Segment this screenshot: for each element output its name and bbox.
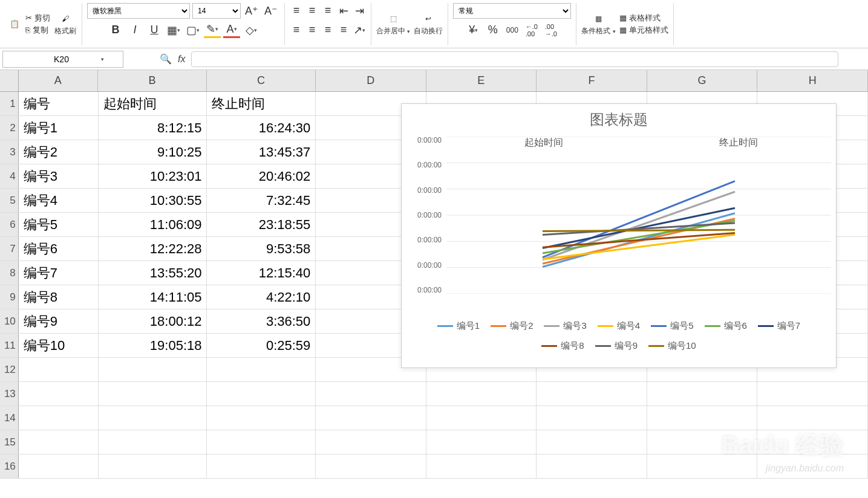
row-header[interactable]: 11 <box>0 334 19 357</box>
cell[interactable] <box>537 430 647 454</box>
cell[interactable] <box>99 382 207 406</box>
increase-decimal-icon[interactable]: ←.0.00 <box>523 22 540 38</box>
cell[interactable]: 0:25:59 <box>207 334 316 357</box>
cell[interactable]: 18:00:12 <box>99 309 207 333</box>
italic-button[interactable]: I <box>126 22 143 38</box>
cell[interactable]: 12:22:28 <box>99 237 207 260</box>
cell[interactable]: 编号9 <box>19 309 99 333</box>
cell[interactable]: 10:30:55 <box>99 189 207 212</box>
cell[interactable] <box>537 382 647 406</box>
legend-item[interactable]: 编号3 <box>544 320 586 332</box>
cell[interactable] <box>207 406 316 430</box>
legend-item[interactable]: 编号6 <box>705 320 747 332</box>
table-style-button[interactable]: ▦表格样式 <box>619 13 668 24</box>
cell[interactable]: 16:24:30 <box>207 116 316 140</box>
chart-title[interactable]: 图表标题 <box>402 104 836 133</box>
cell[interactable]: 20:46:02 <box>207 164 316 188</box>
row-header[interactable]: 1 <box>0 92 19 115</box>
col-header-B[interactable]: B <box>98 70 207 91</box>
cell[interactable]: 3:36:50 <box>207 309 316 333</box>
cell[interactable] <box>99 358 207 381</box>
cell[interactable] <box>426 454 537 478</box>
legend-item[interactable]: 编号2 <box>491 320 533 332</box>
cell[interactable]: 13:45:37 <box>207 140 316 164</box>
row-header[interactable]: 12 <box>0 358 19 381</box>
row-header[interactable]: 4 <box>0 164 19 188</box>
cell[interactable] <box>426 430 537 454</box>
cell[interactable]: 终止时间 <box>207 92 316 115</box>
cell[interactable] <box>207 382 316 406</box>
highlight-button[interactable]: ✎▾ <box>204 22 221 38</box>
cut-button[interactable]: ✂剪切 <box>25 13 50 24</box>
legend-item[interactable]: 编号9 <box>595 340 638 352</box>
cell[interactable] <box>207 430 316 454</box>
legend-item[interactable]: 编号5 <box>651 320 693 332</box>
decrease-font-icon[interactable]: A⁻ <box>263 3 279 19</box>
align-center-icon[interactable]: ≡ <box>305 22 319 38</box>
cell[interactable] <box>426 406 537 430</box>
number-format-select[interactable]: 常规 <box>453 3 571 19</box>
cell[interactable]: 12:15:40 <box>207 261 316 285</box>
increase-indent-icon[interactable]: ⇥ <box>353 3 366 19</box>
cell[interactable] <box>316 454 426 478</box>
align-middle-icon[interactable]: ≡ <box>305 3 319 19</box>
cell[interactable] <box>99 406 207 430</box>
cell[interactable] <box>537 406 647 430</box>
cell[interactable]: 23:18:55 <box>207 213 316 236</box>
orientation-icon[interactable]: ↗▾ <box>353 22 366 38</box>
align-bottom-icon[interactable]: ≡ <box>321 3 334 19</box>
cell[interactable]: 编号10 <box>19 334 99 357</box>
underline-button[interactable]: U <box>146 22 163 38</box>
legend-item[interactable]: 编号8 <box>541 340 584 352</box>
border-button[interactable]: ▦▾ <box>165 22 182 38</box>
conditional-format-button[interactable]: ▦ 条件格式 ▾ <box>581 11 615 36</box>
col-header-C[interactable]: C <box>207 70 316 91</box>
name-box-input[interactable] <box>22 54 101 64</box>
cell[interactable]: 9:10:25 <box>99 140 207 164</box>
row-header[interactable]: 3 <box>0 140 19 164</box>
decrease-indent-icon[interactable]: ⇤ <box>337 3 350 19</box>
cell[interactable]: 起始时间 <box>99 92 207 115</box>
cell[interactable] <box>757 430 868 454</box>
row-header[interactable]: 2 <box>0 116 19 140</box>
cell[interactable]: 编号6 <box>19 237 99 260</box>
row-header[interactable]: 10 <box>0 309 19 333</box>
paste-button[interactable]: 📋 <box>7 17 22 31</box>
cell[interactable]: 8:12:15 <box>99 116 207 140</box>
cell[interactable] <box>19 406 99 430</box>
format-icon[interactable]: ◇▾ <box>243 22 259 38</box>
cell[interactable]: 14:11:05 <box>99 285 207 309</box>
merge-center-button[interactable]: ⬚ 合并居中 ▾ <box>376 11 410 36</box>
cell[interactable] <box>19 454 99 478</box>
cell[interactable]: 9:53:58 <box>207 237 316 260</box>
cell[interactable]: 编号 <box>19 92 99 115</box>
row-header[interactable]: 7 <box>0 237 19 260</box>
align-top-icon[interactable]: ≡ <box>290 3 303 19</box>
cell[interactable] <box>19 382 99 406</box>
cell[interactable] <box>537 454 647 478</box>
name-box[interactable]: ▾ <box>2 51 123 68</box>
format-painter-button[interactable]: 🖌 格式刷 <box>54 11 77 36</box>
row-header[interactable]: 15 <box>0 430 19 454</box>
cell[interactable]: 编号8 <box>19 285 99 309</box>
cell[interactable]: 编号4 <box>19 189 99 212</box>
col-header-E[interactable]: E <box>426 70 537 91</box>
cell[interactable]: 编号1 <box>19 116 99 140</box>
formula-input[interactable] <box>191 51 838 67</box>
increase-font-icon[interactable]: A⁺ <box>243 3 260 19</box>
cell[interactable] <box>647 382 758 406</box>
cell[interactable] <box>647 406 758 430</box>
legend-item[interactable]: 编号10 <box>648 340 696 352</box>
cell[interactable]: 编号2 <box>19 140 99 164</box>
cell[interactable] <box>647 454 758 478</box>
copy-button[interactable]: ⎘复制 <box>25 25 50 36</box>
cell[interactable]: 4:22:10 <box>207 285 316 309</box>
cell[interactable] <box>426 382 537 406</box>
comma-icon[interactable]: 000 <box>504 22 521 38</box>
cell[interactable]: 编号7 <box>19 261 99 285</box>
cell[interactable]: 编号3 <box>19 164 99 188</box>
col-header-D[interactable]: D <box>316 70 426 91</box>
percent-icon[interactable]: % <box>485 22 501 38</box>
font-color-button[interactable]: A▾ <box>223 22 240 38</box>
cell[interactable]: 11:06:09 <box>99 213 207 236</box>
